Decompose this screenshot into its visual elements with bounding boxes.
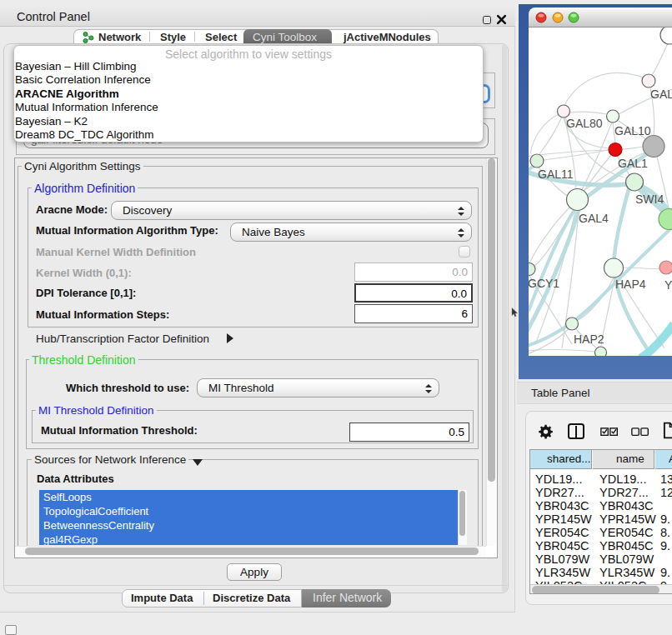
svg-text:GAL11: GAL11: [538, 168, 574, 181]
svg-text:GCY1: GCY1: [529, 277, 559, 290]
svg-text:Y: Y: [664, 278, 672, 292]
svg-text:GAL4: GAL4: [579, 212, 609, 225]
svg-text:HAP2: HAP2: [574, 332, 604, 346]
svg-text:HAP4: HAP4: [615, 278, 646, 291]
svg-text:GAL1: GAL1: [618, 157, 648, 170]
svg-text:GAL10: GAL10: [614, 124, 651, 138]
svg-text:GAL80: GAL80: [566, 117, 603, 130]
svg-text:SWI4: SWI4: [635, 192, 664, 206]
svg-text:GAL: GAL: [650, 88, 672, 101]
